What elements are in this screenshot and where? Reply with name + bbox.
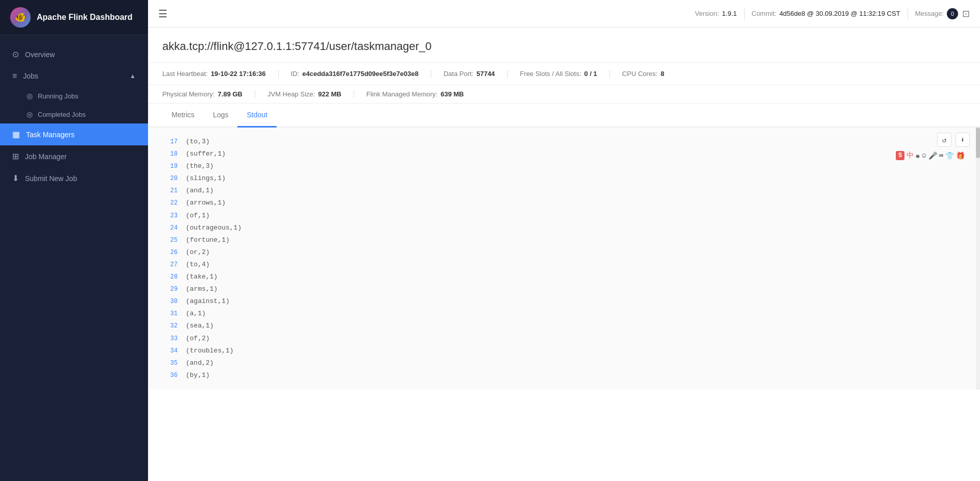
sidebar-item-overview[interactable]: ⊙ Overview [0, 43, 148, 65]
line-number: 30 [162, 296, 178, 307]
physical-memory-group: Physical Memory: 7.89 GB [162, 90, 255, 98]
sidebar-item-completed-jobs[interactable]: ◎ Completed Jobs [0, 105, 148, 123]
sougou-icon-6: 👕 [945, 151, 954, 160]
line-number: 17 [162, 137, 178, 147]
code-line: 24(outrageous,1) [148, 222, 980, 234]
version-value: 1.9.1 [722, 10, 737, 17]
sidebar-item-task-managers[interactable]: ▦ Task Managers [0, 123, 148, 145]
topbar: ☰ Version: 1.9.1 Commit: 4d56de8 @ 30.09… [148, 0, 980, 28]
data-port-value: 57744 [476, 70, 495, 78]
line-content: (arms,1) [186, 284, 217, 295]
line-number: 19 [162, 161, 178, 171]
tab-metrics[interactable]: Metrics [162, 104, 204, 128]
message-badge[interactable]: 0 [947, 8, 958, 19]
submit-job-icon: ⬇ [12, 173, 19, 183]
app-title: Apache Flink Dashboard [37, 13, 133, 22]
tab-logs[interactable]: Logs [204, 104, 237, 128]
commit-value: 4d56de8 @ 30.09.2019 @ 11:32:19 CST [779, 10, 900, 17]
tab-stdout[interactable]: Stdout [237, 104, 276, 128]
sidebar-item-label-submit-new-job: Submit New Job [25, 174, 77, 183]
code-line: 27(to,4) [148, 259, 980, 271]
download-button[interactable]: ⬇ [955, 133, 970, 147]
sidebar-item-label-running-jobs: Running Jobs [38, 92, 79, 100]
code-line: 28(take,1) [148, 271, 980, 283]
version-label: Version: [695, 10, 719, 17]
line-number: 21 [162, 186, 178, 196]
jobs-icon: ≡ [12, 71, 17, 81]
line-content: (troubles,1) [186, 345, 234, 357]
code-lines-container: 17(to,3)18(suffer,1)19(the,3)20(slings,1… [148, 136, 980, 382]
code-line: 22(arrows,1) [148, 197, 980, 209]
code-line: 19(the,3) [148, 160, 980, 172]
code-output-area: ↺ ⬇ S 中 ❋ ☺ 🎤 ⌨ 👕 🎁 17(to,3)18(suffer,1)… [148, 128, 980, 390]
refresh-button[interactable]: ↺ [937, 133, 951, 147]
memory-bar: Physical Memory: 7.89 GB JVM Heap Size: … [148, 85, 980, 104]
line-number: 27 [162, 260, 178, 270]
line-number: 32 [162, 321, 178, 331]
flink-memory-value: 639 MB [440, 90, 464, 98]
line-number: 24 [162, 223, 178, 233]
sidebar-item-submit-new-job[interactable]: ⬇ Submit New Job [0, 167, 148, 189]
flink-memory-label: Flink Managed Memory: [366, 90, 437, 98]
jvm-heap-label: JVM Heap Size: [267, 90, 315, 98]
content-area: akka.tcp://flink@127.0.1.1:57741/user/ta… [148, 28, 980, 481]
code-line: 35(and,2) [148, 357, 980, 369]
code-line: 33(of,2) [148, 333, 980, 345]
scrollbar[interactable] [976, 128, 980, 390]
sidebar-item-running-jobs[interactable]: ◎ Running Jobs [0, 87, 148, 105]
sougou-icon-1: 中 [906, 151, 914, 160]
line-content: (and,1) [186, 185, 214, 196]
data-port-group: Data Port: 57744 [444, 70, 508, 78]
data-port-label: Data Port: [444, 70, 474, 78]
message-label: Message: [915, 10, 944, 17]
line-number: 26 [162, 247, 178, 258]
line-content: (the,3) [186, 161, 214, 172]
sougou-icon-5: ⌨ [939, 151, 943, 160]
sidebar-item-label-task-managers: Task Managers [26, 131, 75, 139]
line-content: (suffer,1) [186, 148, 226, 160]
main-content: ☰ Version: 1.9.1 Commit: 4d56de8 @ 30.09… [148, 0, 980, 481]
app-logo-icon: 🐠 [10, 7, 31, 28]
running-jobs-icon: ◎ [27, 92, 33, 100]
line-content: (by,1) [186, 370, 210, 381]
free-slots-value: 0 / 1 [584, 70, 597, 78]
sidebar-item-jobs[interactable]: ≡ Jobs ▲ [0, 65, 148, 87]
code-line: 23(of,1) [148, 210, 980, 222]
sidebar-item-label-completed-jobs: Completed Jobs [38, 111, 86, 118]
notifications-icon[interactable]: ⊡ [962, 8, 970, 19]
sidebar-item-label-job-manager: Job Manager [25, 153, 67, 161]
menu-toggle-icon[interactable]: ☰ [158, 8, 167, 20]
sougou-icon-2: ❋ [916, 151, 920, 160]
code-line: 34(troubles,1) [148, 345, 980, 357]
line-content: (slings,1) [186, 173, 226, 184]
code-line: 36(by,1) [148, 369, 980, 382]
line-number: 23 [162, 211, 178, 221]
line-content: (take,1) [186, 271, 217, 283]
sougou-icon-3: ☺ [922, 151, 926, 160]
line-number: 20 [162, 173, 178, 184]
sougou-icon-7: 🎁 [956, 151, 965, 160]
sidebar-item-job-manager[interactable]: ⊞ Job Manager [0, 145, 148, 167]
heartbeat-value: 19-10-22 17:16:36 [211, 70, 266, 78]
line-content: (of,1) [186, 210, 210, 221]
code-line: 30(against,1) [148, 295, 980, 308]
line-content: (a,1) [186, 308, 206, 319]
line-number: 22 [162, 198, 178, 208]
line-number: 36 [162, 370, 178, 381]
cpu-cores-value: 8 [660, 70, 664, 78]
sougou-logo-icon: S [896, 151, 904, 160]
page-header: akka.tcp://flink@127.0.1.1:57741/user/ta… [148, 28, 980, 63]
heartbeat-label: Last Heartbeat: [162, 70, 208, 78]
tabs-bar: Metrics Logs Stdout [148, 104, 980, 128]
scrollbar-thumb[interactable] [976, 128, 980, 158]
commit-label: Commit: [752, 10, 776, 17]
code-line: 29(arms,1) [148, 283, 980, 295]
line-number: 33 [162, 334, 178, 344]
sougou-toolbar: S 中 ❋ ☺ 🎤 ⌨ 👕 🎁 [896, 151, 965, 160]
code-line: 20(slings,1) [148, 172, 980, 185]
free-slots-group: Free Slots / All Slots: 0 / 1 [520, 70, 610, 78]
line-content: (to,3) [186, 136, 210, 147]
sidebar-item-label-jobs: Jobs [23, 72, 38, 80]
job-manager-icon: ⊞ [12, 151, 19, 161]
line-number: 25 [162, 235, 178, 245]
